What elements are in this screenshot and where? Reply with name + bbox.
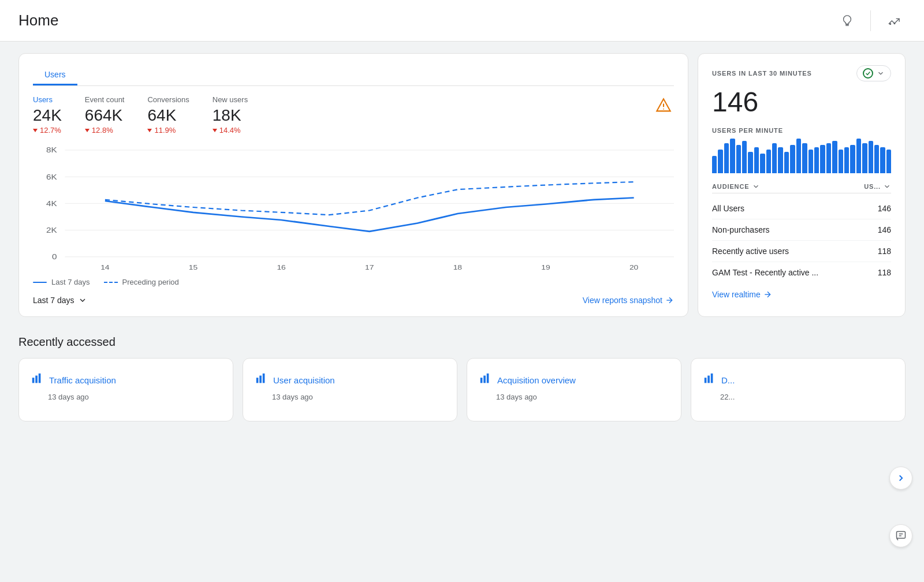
audience-row[interactable]: Non-purchasers146: [712, 219, 891, 241]
analytics-card-footer: Last 7 days View reports snapshot: [33, 296, 674, 305]
top-section: Users Users 24K 12.7% Event count 664K: [18, 53, 906, 317]
arrow-right-icon-realtime: [763, 290, 772, 299]
metric-value-users: 24K: [33, 106, 62, 125]
bar: [874, 145, 879, 173]
report-icon: [703, 372, 716, 388]
lightbulb-button[interactable]: [836, 9, 859, 32]
chart-legend: Last 7 days Preceding period: [33, 278, 674, 286]
app-header: Home: [0, 0, 924, 42]
alert-icon[interactable]: [653, 95, 674, 116]
svg-text:16: 16: [277, 264, 285, 271]
recent-card[interactable]: Acquisition overview 13 days ago: [467, 358, 681, 421]
insights-icon: [888, 14, 900, 27]
bar: [748, 152, 752, 174]
chevron-down-icon: [78, 296, 87, 305]
legend-solid: Last 7 days: [33, 278, 90, 286]
users-col-label[interactable]: US...: [864, 182, 891, 191]
bar: [730, 139, 735, 173]
audience-row-count: 118: [878, 268, 891, 277]
recent-card[interactable]: Traffic acquisition 13 days ago: [18, 358, 233, 421]
recent-card-header: User acquisition: [255, 372, 445, 388]
tab-users[interactable]: Users: [33, 65, 77, 85]
period-selector[interactable]: Last 7 days: [33, 296, 87, 305]
tab-bar: Users: [33, 65, 674, 86]
next-arrow-button[interactable]: [889, 467, 912, 490]
bar: [880, 147, 885, 173]
report-icon: [479, 372, 491, 388]
realtime-status-button[interactable]: [856, 65, 891, 81]
svg-rect-31: [263, 374, 265, 383]
audience-row-name: Non-purchasers: [712, 225, 770, 234]
bar: [856, 139, 861, 173]
metric-users: Users 24K 12.7%: [33, 95, 62, 135]
lightbulb-icon: [841, 14, 854, 27]
recent-card[interactable]: User acquisition 13 days ago: [243, 358, 457, 421]
metric-label-users: Users: [33, 95, 62, 104]
audience-col-label[interactable]: AUDIENCE: [712, 182, 760, 191]
insights-button[interactable]: [882, 9, 906, 32]
svg-rect-29: [256, 378, 259, 383]
audience-row[interactable]: Recently active users118: [712, 241, 891, 262]
recent-card-title: D...: [721, 375, 735, 385]
header-divider: [870, 10, 871, 31]
bar: [886, 150, 891, 173]
page-title: Home: [18, 12, 58, 29]
bar: [784, 152, 789, 174]
audience-row-name: Recently active users: [712, 247, 789, 256]
metrics-row: Users 24K 12.7% Event count 664K 12.8%: [33, 95, 674, 135]
svg-rect-33: [483, 376, 486, 383]
audience-row-count: 146: [878, 225, 891, 234]
view-realtime-link[interactable]: View realtime: [712, 290, 891, 299]
bar: [839, 150, 843, 173]
legend-solid-line: [33, 282, 47, 283]
svg-text:8K: 8K: [46, 147, 58, 154]
arrow-down-icon-2: [85, 129, 90, 132]
realtime-header: USERS IN LAST 30 MINUTES: [712, 65, 891, 81]
audience-row-name: All Users: [712, 204, 744, 213]
line-chart: 8K 6K 4K 2K 0 14 Sep 15 16 17 18 19 20: [33, 144, 674, 271]
chevron-down-icon-realtime: [877, 69, 885, 77]
svg-text:2K: 2K: [46, 226, 58, 234]
svg-rect-26: [32, 378, 35, 383]
recent-card-header: Traffic acquisition: [31, 372, 221, 388]
svg-text:0: 0: [52, 253, 57, 261]
svg-rect-28: [39, 374, 41, 383]
svg-rect-27: [35, 376, 38, 383]
svg-text:6K: 6K: [46, 173, 58, 181]
recent-card-time: 13 days ago: [255, 393, 445, 401]
svg-rect-32: [480, 378, 483, 383]
metric-change-users: 12.7%: [33, 126, 62, 135]
metric-label-conversions: Conversions: [147, 95, 189, 104]
chat-button[interactable]: [889, 524, 912, 547]
legend-dashed: Preceding period: [104, 278, 179, 286]
bar: [742, 141, 747, 173]
recent-cards-row: Traffic acquisition 13 days ago User acq…: [18, 358, 906, 421]
recently-accessed-section: Recently accessed Traffic acquisition 13…: [18, 335, 906, 421]
metric-label-events: Event count: [85, 95, 125, 104]
bar-chart: [712, 139, 891, 173]
recent-card-header: Acquisition overview: [479, 372, 669, 388]
metric-value-events: 664K: [85, 106, 125, 125]
svg-text:15: 15: [189, 264, 198, 271]
recent-card[interactable]: D... 22...: [691, 358, 906, 421]
chevron-right-icon: [896, 473, 906, 483]
metric-change-events: 12.8%: [85, 126, 125, 135]
svg-rect-36: [707, 376, 710, 383]
audience-row-count: 146: [878, 204, 891, 213]
arrow-down-icon: [33, 129, 38, 132]
svg-point-3: [894, 23, 895, 24]
recent-card-title: Traffic acquisition: [49, 375, 116, 385]
audience-row[interactable]: All Users146: [712, 198, 891, 219]
recent-card-time: 13 days ago: [31, 393, 221, 401]
report-icon: [31, 372, 43, 388]
realtime-label: USERS IN LAST 30 MINUTES: [712, 70, 812, 77]
bar: [790, 145, 795, 173]
view-reports-link[interactable]: View reports snapshot: [583, 296, 674, 305]
recent-card-title: User acquisition: [273, 375, 335, 385]
audience-row-name: GAM Test - Recently active ...: [712, 268, 818, 277]
bar: [772, 143, 777, 174]
report-icon: [255, 372, 267, 388]
audience-row[interactable]: GAM Test - Recently active ...118: [712, 262, 891, 283]
recent-card-time: 22...: [703, 393, 893, 401]
bar: [850, 145, 855, 173]
